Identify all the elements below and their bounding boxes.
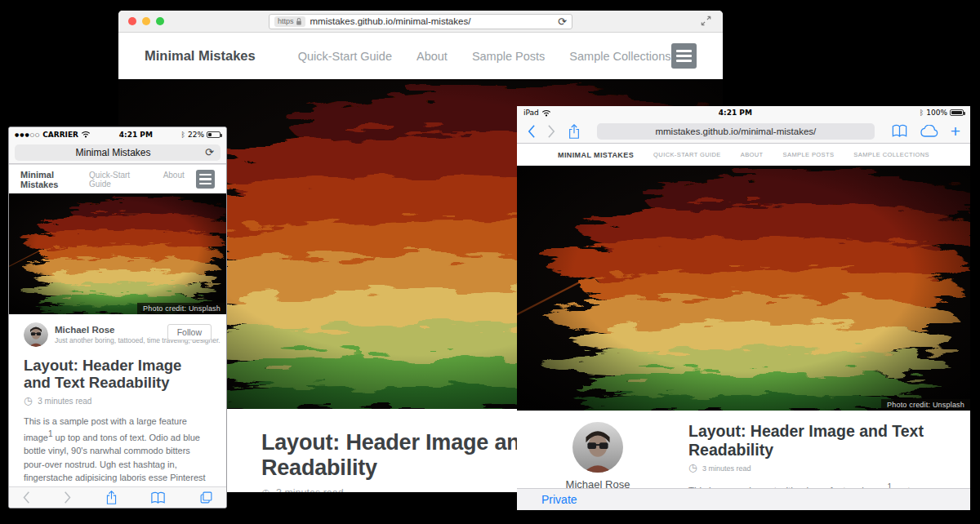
wifi-icon — [541, 109, 551, 117]
reload-icon[interactable]: ⟳ — [205, 147, 214, 158]
photo-credit-label: Photo credit: Unsplash — [137, 303, 226, 314]
author-avatar — [572, 461, 623, 475]
iphone-url-row: Minimal Mistakes ⟳ — [9, 141, 226, 164]
menu-toggle-button[interactable] — [196, 170, 215, 189]
post-article: Michael Rose Just another boring, tattoo… — [517, 411, 970, 488]
post-paragraph: This is a sample post with a large featu… — [24, 415, 212, 488]
site-nav: Quick-Start Guide About Sample Posts Sam… — [298, 50, 671, 63]
device-label: iPad — [523, 109, 539, 117]
https-label: https — [278, 17, 294, 25]
url-text: mmistakes.github.io/minimal-mistakes/ — [597, 127, 875, 136]
bluetooth-icon: ᛒ — [181, 131, 185, 139]
clock-icon: ◷ — [688, 462, 697, 473]
carrier-label: CARRIER — [42, 131, 78, 139]
window-controls — [128, 17, 164, 25]
nav-link-sample-collections[interactable]: Sample Collections — [853, 151, 929, 158]
private-browsing-bar: Private — [517, 488, 970, 510]
iphone-address-bar[interactable]: Minimal Mistakes ⟳ — [15, 144, 220, 161]
paragraph-text: up top and tons of text. Odio ad blue bo… — [24, 433, 212, 488]
author-block: Michael Rose Just another boring, tattoo… — [24, 322, 212, 349]
lock-icon — [296, 17, 302, 26]
forward-icon[interactable] — [547, 124, 556, 139]
bookmarks-icon[interactable] — [150, 491, 166, 504]
private-button[interactable]: Private — [541, 493, 577, 506]
post-meta: ◷ 3 minutes read — [24, 395, 212, 406]
battery-icon — [207, 131, 220, 138]
ipad-status-bar: iPad 4:21 PM ᛒ 100% — [517, 106, 970, 119]
menu-toggle-button[interactable] — [671, 43, 697, 69]
reload-icon[interactable]: ⟳ — [558, 16, 567, 27]
post-article: Michael Rose Just another boring, tattoo… — [9, 314, 226, 488]
site-masthead-tablet: Minimal Mistakes Quick-Start Guide About… — [517, 144, 970, 166]
nav-link-quick-start-guide[interactable]: Quick-Start Guide — [653, 151, 721, 158]
feature-image: Photo credit: Unsplash — [9, 193, 226, 314]
share-icon[interactable] — [568, 123, 581, 140]
nav-link-quick-start-guide[interactable]: Quick-Start Guide — [298, 50, 392, 63]
author-avatar — [24, 322, 48, 347]
post-paragraph: This is a sample post with a large featu… — [688, 481, 938, 488]
signal-strength-icon: ●●●○○ — [15, 131, 40, 137]
battery-icon — [950, 109, 964, 116]
back-icon[interactable] — [22, 491, 30, 504]
address-bar[interactable]: https mmistakes.github.io/minimal-mistak… — [269, 14, 572, 29]
https-badge: https — [274, 16, 305, 27]
nav-link-sample-collections[interactable]: Sample Collections — [569, 50, 670, 63]
new-tab-icon[interactable]: + — [951, 122, 960, 140]
responsive-preview-stage: https mmistakes.github.io/minimal-mistak… — [0, 0, 980, 524]
site-masthead: Minimal Mistakes Quick-Start Guide About… — [118, 33, 723, 79]
nav-link-about[interactable]: About — [741, 151, 764, 158]
page-title: Minimal Mistakes — [21, 147, 205, 158]
icloud-tabs-icon[interactable] — [920, 125, 939, 138]
nav-link-about[interactable]: About — [416, 50, 448, 63]
iphone-safari: ●●●○○ CARRIER 4:21 PM ᛒ 22% Minimal Mist… — [8, 127, 227, 508]
ipad-safari: iPad 4:21 PM ᛒ 100% mmistakes.github.io/… — [517, 106, 970, 510]
bookmarks-icon[interactable] — [891, 124, 908, 138]
nav-link-about[interactable]: About — [163, 171, 185, 189]
feature-image: Photo credit: Unsplash — [517, 166, 970, 411]
nav-link-quick-start-guide[interactable]: Quick-Start Guide — [89, 171, 147, 189]
author-block: Michael Rose Just another boring, tattoo… — [541, 422, 654, 488]
bluetooth-icon: ᛒ — [920, 109, 924, 117]
nav-link-sample-posts[interactable]: Sample Posts — [472, 50, 545, 63]
fullscreen-icon[interactable] — [701, 16, 711, 26]
leaves-photo — [517, 166, 970, 411]
clock-icon: ◷ — [261, 487, 270, 492]
post-meta: ◷ 3 minutes read — [688, 462, 938, 473]
follow-button[interactable]: Follow — [167, 324, 212, 340]
nav-link-sample-posts[interactable]: Sample Posts — [783, 151, 835, 158]
site-title-link[interactable]: Minimal Mistakes — [20, 170, 89, 189]
iphone-status-bar: ●●●○○ CARRIER 4:21 PM ᛒ 22% — [9, 127, 226, 141]
site-title-link[interactable]: Minimal Mistakes — [145, 48, 256, 64]
author-name: Michael Rose — [541, 476, 654, 488]
status-time: 4:21 PM — [551, 109, 920, 117]
clock-icon: ◷ — [24, 395, 32, 406]
url-text: mmistakes.github.io/minimal-mistakes/ — [310, 16, 554, 26]
wifi-icon — [81, 131, 91, 138]
share-icon[interactable] — [105, 490, 118, 505]
forward-icon[interactable] — [64, 491, 72, 504]
minimize-window-icon[interactable] — [142, 17, 150, 25]
battery-percent: 100% — [926, 109, 947, 117]
leaves-photo — [9, 193, 226, 314]
back-icon[interactable] — [527, 124, 536, 139]
browser-toolbar: https mmistakes.github.io/minimal-mistak… — [118, 11, 723, 33]
site-masthead-mobile: Minimal Mistakes Quick-Start Guide About — [9, 164, 226, 193]
post-title: Layout: Header Image and Text Readabilit… — [688, 422, 938, 460]
ipad-address-bar[interactable]: mmistakes.github.io/minimal-mistakes/ — [597, 123, 875, 140]
close-window-icon[interactable] — [128, 17, 136, 25]
photo-credit-label: Photo credit: Unsplash — [881, 399, 970, 411]
zoom-window-icon[interactable] — [156, 17, 164, 25]
tabs-icon[interactable] — [199, 491, 213, 504]
read-time: 3 minutes read — [702, 464, 751, 473]
post-title: Layout: Header Image and Text Readabilit… — [24, 357, 212, 392]
site-title-link[interactable]: Minimal Mistakes — [558, 151, 634, 159]
battery-percent: 22% — [188, 131, 204, 139]
read-time: 3 minutes read — [276, 487, 344, 492]
read-time: 3 minutes read — [38, 397, 91, 406]
safari-bottom-toolbar — [9, 486, 226, 508]
safari-toolbar: mmistakes.github.io/minimal-mistakes/ + — [517, 119, 970, 144]
status-time: 4:21 PM — [91, 131, 181, 139]
